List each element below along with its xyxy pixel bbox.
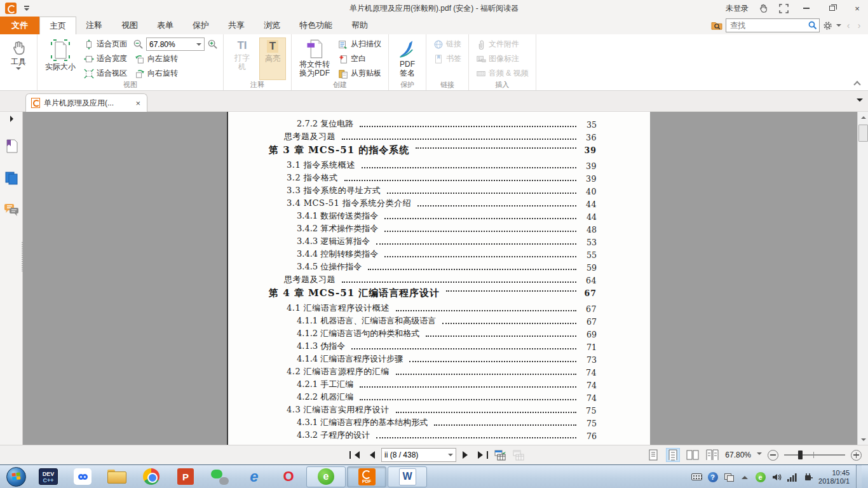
fit-visible-button[interactable]: 适合视区 bbox=[82, 67, 129, 80]
input-method-keyboard-icon[interactable] bbox=[691, 471, 702, 482]
status-zoom-dropdown-icon[interactable] bbox=[757, 452, 762, 458]
bookmark-button[interactable]: 书签 bbox=[431, 52, 463, 65]
previous-page-button[interactable] bbox=[365, 449, 376, 461]
continuous-view-icon[interactable] bbox=[666, 448, 680, 462]
blank-page-button[interactable]: 空白 bbox=[336, 52, 383, 65]
zoom-combobox[interactable]: 67.80% bbox=[146, 37, 205, 51]
toc-row[interactable]: 3.2 指令格式 39 bbox=[228, 171, 650, 184]
hand-gesture-icon[interactable] bbox=[757, 3, 769, 13]
toc-row[interactable]: 4.1.1 机器语言、汇编语言和高级语言 67 bbox=[228, 314, 650, 327]
start-button[interactable] bbox=[6, 467, 26, 487]
network-icon[interactable] bbox=[787, 471, 797, 482]
volume-icon[interactable] bbox=[771, 471, 782, 482]
zoom-out-button[interactable] bbox=[768, 450, 778, 461]
taskbar-devcpp-icon[interactable]: DEVC++ bbox=[36, 467, 61, 487]
menu-tab[interactable]: 特色功能 bbox=[290, 17, 342, 34]
toc-row[interactable]: 3.4.2 算术操作类指令 48 bbox=[228, 222, 650, 234]
find-previous-icon[interactable]: ‹ bbox=[844, 20, 852, 30]
minimize-button[interactable] bbox=[798, 3, 815, 14]
zoom-in-icon[interactable] bbox=[207, 39, 218, 50]
toc-row[interactable]: 思考题及习题 36 bbox=[228, 130, 650, 142]
file-attachment-button[interactable]: 文件附件 bbox=[474, 37, 531, 51]
find-input[interactable] bbox=[726, 18, 820, 32]
quick-access-dropdown-icon[interactable] bbox=[23, 4, 32, 13]
menu-tab[interactable]: 浏览 bbox=[254, 17, 290, 34]
fullscreen-icon[interactable] bbox=[778, 3, 789, 13]
typewriter-button[interactable]: TI 打字机 bbox=[229, 37, 255, 80]
find-next-icon[interactable]: › bbox=[855, 20, 863, 30]
document-tab-close-icon[interactable]: × bbox=[134, 98, 142, 108]
fit-page-button[interactable]: 适合页面 bbox=[82, 37, 129, 51]
image-annotation-button[interactable]: 图像标注 bbox=[474, 52, 531, 65]
taskbar-baidu-netdisk-icon[interactable] bbox=[70, 467, 95, 487]
toc-row[interactable]: 3.4.4 控制转移类指令 55 bbox=[228, 247, 650, 260]
zoom-in-button[interactable] bbox=[851, 450, 862, 461]
toc-row[interactable]: 4.3 汇编语言实用程序设计 75 bbox=[228, 403, 650, 416]
page-number-combobox[interactable]: ii (8 / 438) bbox=[381, 448, 456, 462]
zoom-slider-handle[interactable] bbox=[798, 451, 803, 459]
vertical-scrollbar[interactable] bbox=[857, 112, 868, 445]
toc-row[interactable]: 3.4.5 位操作指令 59 bbox=[228, 260, 650, 273]
find-options-button[interactable] bbox=[823, 21, 841, 30]
close-button[interactable]: × bbox=[849, 3, 865, 14]
toc-row[interactable]: 4.1.4 汇编语言程序设计步骤 73 bbox=[228, 352, 650, 365]
power-plug-icon[interactable] bbox=[803, 471, 813, 482]
link-button[interactable]: 链接 bbox=[431, 37, 463, 51]
highlight-button[interactable]: T 高亮 bbox=[259, 37, 286, 80]
panel-expand-icon[interactable] bbox=[10, 116, 17, 122]
previous-view-icon[interactable] bbox=[494, 449, 506, 461]
toc-row[interactable]: 3.4.1 数据传送类指令 44 bbox=[228, 209, 650, 222]
toc-row[interactable]: 4.1.2 汇编语言语句的种类和格式 69 bbox=[228, 327, 650, 339]
zoom-slider[interactable] bbox=[784, 449, 845, 461]
facing-view-icon[interactable] bbox=[686, 448, 700, 462]
first-page-button[interactable] bbox=[349, 449, 360, 461]
scroll-down-icon[interactable] bbox=[858, 435, 868, 445]
window-switch-tray-icon[interactable] bbox=[723, 471, 734, 482]
scroll-up-icon[interactable] bbox=[858, 112, 868, 122]
taskbar-ie-icon[interactable]: e bbox=[241, 467, 267, 487]
pages-panel-icon[interactable] bbox=[4, 170, 19, 186]
toc-row[interactable]: 3.4.3 逻辑运算指令 53 bbox=[228, 234, 650, 247]
taskbar-file-explorer-icon[interactable] bbox=[104, 467, 130, 487]
taskbar-clock[interactable]: 10:45 2018/10/1 bbox=[818, 469, 850, 485]
show-desktop-button[interactable] bbox=[856, 465, 862, 488]
actual-size-button[interactable]: 实际大小 bbox=[43, 37, 78, 80]
toc-row[interactable]: 2.7.2 复位电路 35 bbox=[228, 117, 650, 130]
menu-tab[interactable]: 视图 bbox=[112, 17, 147, 34]
toc-row[interactable]: 思考题及习题 64 bbox=[228, 273, 650, 285]
tools-button[interactable]: 工具 bbox=[5, 37, 32, 86]
continuous-facing-view-icon[interactable] bbox=[705, 448, 719, 462]
toc-row[interactable]: 3.1 指令系统概述 39 bbox=[228, 158, 650, 171]
document-area[interactable]: 2.7.2 复位电路 35 思考题及习题 36 第 3 章 MCS-51 bbox=[23, 112, 857, 445]
restore-button[interactable] bbox=[824, 3, 840, 14]
next-view-icon[interactable] bbox=[512, 449, 525, 461]
taskbar-word-button[interactable]: W bbox=[388, 466, 427, 487]
bookmarks-panel-icon[interactable] bbox=[4, 139, 18, 154]
taskbar-chrome-icon[interactable] bbox=[139, 467, 164, 487]
convert-to-pdf-button[interactable]: 将文件转 换为PDF bbox=[297, 37, 332, 80]
fit-width-button[interactable]: 适合宽度 bbox=[82, 52, 129, 65]
from-clipboard-button[interactable]: 从剪贴板 bbox=[336, 67, 383, 80]
show-hidden-icons-button[interactable] bbox=[739, 471, 750, 482]
toc-row[interactable]: 第 4 章 MCS-51 汇编语言程序设计 67 bbox=[228, 285, 650, 301]
from-scanner-button[interactable]: 从扫描仪 bbox=[336, 37, 383, 51]
taskbar-wechat-icon[interactable] bbox=[207, 467, 233, 487]
toc-row[interactable]: 4.2 汇编语言源程序的汇编 74 bbox=[228, 365, 650, 377]
toc-row[interactable]: 4.1.3 伪指令 71 bbox=[228, 339, 650, 352]
login-status[interactable]: 未登录 bbox=[726, 3, 749, 14]
menu-tab[interactable]: 注释 bbox=[76, 17, 112, 34]
toc-row[interactable]: 4.2.1 手工汇编 74 bbox=[228, 377, 650, 390]
toc-row[interactable]: 4.3.2 子程序的设计 76 bbox=[228, 428, 650, 441]
audio-video-button[interactable]: 音频 & 视频 bbox=[474, 67, 531, 80]
help-tray-icon[interactable]: ? bbox=[707, 471, 718, 482]
menu-tab[interactable]: 表单 bbox=[147, 17, 183, 34]
toc-row[interactable]: 第 3 章 MCS-51 的指令系统 39 bbox=[228, 142, 650, 158]
toc-row[interactable]: 3.4 MCS-51 指令系统分类介绍 44 bbox=[228, 196, 650, 209]
taskbar-foxit-button[interactable]: PDF bbox=[347, 466, 386, 487]
menu-tab[interactable]: 帮助 bbox=[342, 17, 377, 34]
rotate-left-button[interactable]: 向左旋转 bbox=[133, 52, 218, 65]
menu-tab[interactable]: 文件 bbox=[0, 17, 39, 34]
search-in-folder-icon[interactable] bbox=[711, 20, 722, 30]
menu-tab[interactable]: 主页 bbox=[39, 17, 76, 34]
toc-row[interactable]: 4.2.2 机器汇编 74 bbox=[228, 390, 650, 403]
